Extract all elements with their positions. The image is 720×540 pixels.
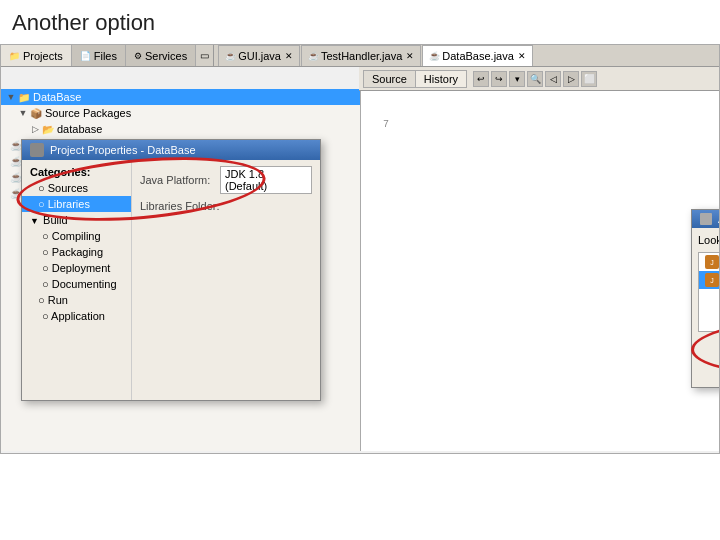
editor-tab-database[interactable]: ☕ DataBase.java ✕ <box>422 45 533 66</box>
proj-dialog-body: Categories: ○ Sources ○ Libraries ▼ Buil… <box>22 160 320 400</box>
jar-icon-2: J <box>705 273 719 287</box>
code-line-7: 7 <box>365 117 715 133</box>
tree-package[interactable]: ▷ 📂 database <box>1 121 360 137</box>
toolbar-icon-5[interactable]: ▷ <box>563 71 579 87</box>
build-expander: ▼ <box>30 216 40 226</box>
java-platform-label: Java Platform: <box>140 174 220 186</box>
jar-dialog-title-bar: Add JAR/Folder <box>692 210 719 228</box>
java-file-icon-3: ☕ <box>429 51 440 61</box>
toolbar-icon-6[interactable]: ⬜ <box>581 71 597 87</box>
toolbar-icon-4[interactable]: ◁ <box>545 71 561 87</box>
file-list: J mysql-connector-java-5.1.44 J mysql-co… <box>698 252 719 332</box>
editor-tab-testhandler[interactable]: ☕ TestHandler.java ✕ <box>301 45 421 66</box>
editor-content: 7 <box>361 113 719 137</box>
close-tab-1[interactable]: ✕ <box>285 51 293 61</box>
ide-container: 📁 Projects 📄 Files ⚙ Services ▭ ☕ GUI.ja… <box>0 44 720 454</box>
cat-packaging[interactable]: ○ Packaging <box>22 244 131 260</box>
minimize-btn[interactable]: ▭ <box>196 50 213 61</box>
line-number-7: 7 <box>365 117 389 133</box>
panel-tabs: 📁 Projects 📄 Files ⚙ Services ▭ <box>1 45 214 66</box>
toolbar-icon-1[interactable]: ↩ <box>473 71 489 87</box>
tab-files[interactable]: 📄 Files <box>72 45 126 66</box>
tab-bar: 📁 Projects 📄 Files ⚙ Services ▭ ☕ GUI.ja… <box>1 45 719 67</box>
tree-source-packages[interactable]: ▼ 📦 Source Packages <box>1 105 360 121</box>
jar-dialog-icon <box>700 213 712 225</box>
proj-dialog-title-bar: Project Properties - DataBase <box>22 140 320 160</box>
cat-deployment[interactable]: ○ Deployment <box>22 260 131 276</box>
tab-projects[interactable]: 📁 Projects <box>1 45 72 66</box>
details-panel: Java Platform: JDK 1.8 (Default) Librari… <box>132 160 320 400</box>
recent-items-section: 🕐 Recent Items <box>698 336 719 381</box>
editor-tab-gui[interactable]: ☕ GUI.java ✕ <box>218 45 300 66</box>
file-item-1[interactable]: J mysql-connector-java-5.1.44 <box>699 253 719 271</box>
project-folder-icon: 📁 <box>17 90 31 104</box>
cat-documenting[interactable]: ○ Documenting <box>22 276 131 292</box>
jar-dialog-body: Look in: J mysql-connector-java-5.1.44 J… <box>692 228 719 387</box>
cat-application[interactable]: ○ Application <box>22 308 131 324</box>
tree-project[interactable]: ▼ 📁 DataBase <box>1 89 360 105</box>
cat-build[interactable]: ▼ Build <box>22 212 131 228</box>
toolbar-dropdown[interactable]: ▾ <box>509 71 525 87</box>
toolbar-icon-2[interactable]: ↪ <box>491 71 507 87</box>
file-item-2[interactable]: J mysql-connector-java-5.1.44-bin <box>699 271 719 289</box>
close-tab-3[interactable]: ✕ <box>518 51 526 61</box>
editor-tabs: ☕ GUI.java ✕ ☕ TestHandler.java ✕ ☕ Data… <box>218 45 719 66</box>
jar-icon-1: J <box>705 255 719 269</box>
services-icon: ⚙ <box>134 51 142 61</box>
history-button[interactable]: History <box>415 70 467 88</box>
cat-sources[interactable]: ○ Sources <box>22 180 131 196</box>
cat-compiling[interactable]: ○ Compiling <box>22 228 131 244</box>
look-in-row: Look in: <box>698 234 719 246</box>
projects-icon: 📁 <box>9 51 20 61</box>
source-packages-icon: 📦 <box>29 106 43 120</box>
expand-icon-2: ▼ <box>17 108 29 118</box>
java-file-icon-1: ☕ <box>225 51 236 61</box>
expand-icon: ▼ <box>5 92 17 102</box>
cat-libraries[interactable]: ○ Libraries <box>22 196 131 212</box>
java-file-icon-2: ☕ <box>308 51 319 61</box>
jar-dialog-title-text: Add JAR/Folder <box>718 213 719 225</box>
java-platform-row: Java Platform: JDK 1.8 (Default) <box>140 166 312 194</box>
slide-title: Another option <box>0 0 720 44</box>
close-tab-2[interactable]: ✕ <box>406 51 414 61</box>
look-in-label: Look in: <box>698 234 719 246</box>
libraries-folder-row: Libraries Folder: <box>140 200 312 212</box>
main-area: ▼ 📁 DataBase ▼ 📦 Source Packages ▷ 📂 dat… <box>1 89 719 451</box>
package-icon: 📂 <box>41 122 55 136</box>
sidebar: ▼ 📁 DataBase ▼ 📦 Source Packages ▷ 📂 dat… <box>1 89 361 451</box>
toolbar-row: Source History ↩ ↪ ▾ 🔍 ◁ ▷ ⬜ <box>359 67 719 91</box>
expand-icon-3: ▷ <box>29 124 41 134</box>
source-button[interactable]: Source <box>363 70 415 88</box>
java-platform-value: JDK 1.8 (Default) <box>220 166 312 194</box>
toolbar-icon-3[interactable]: 🔍 <box>527 71 543 87</box>
project-properties-dialog: Project Properties - DataBase Categories… <box>21 139 321 401</box>
tab-services[interactable]: ⚙ Services <box>126 45 196 66</box>
categories-panel: Categories: ○ Sources ○ Libraries ▼ Buil… <box>22 160 132 400</box>
categories-title: Categories: <box>22 164 131 180</box>
add-jar-dialog: Add JAR/Folder Look in: J mysql-connecto… <box>691 209 719 388</box>
files-icon: 📄 <box>80 51 91 61</box>
libraries-folder-label: Libraries Folder: <box>140 200 220 212</box>
proj-dialog-title-text: Project Properties - DataBase <box>50 144 196 156</box>
cat-run[interactable]: ○ Run <box>22 292 131 308</box>
proj-dialog-icon <box>30 143 44 157</box>
editor-area[interactable]: 7 Add JAR/Folder Look in: J <box>361 89 719 451</box>
toolbar-icons: ↩ ↪ ▾ 🔍 ◁ ▷ ⬜ <box>473 71 597 87</box>
